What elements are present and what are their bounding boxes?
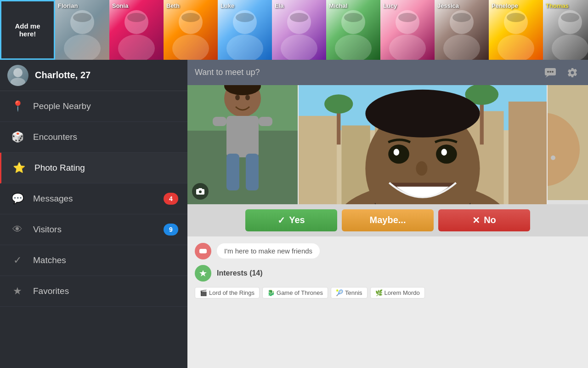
sidebar-item-messages[interactable]: 💬Messages4 xyxy=(0,184,187,214)
sidebar-profile[interactable]: Charlotte, 27 xyxy=(0,60,187,91)
avatar-beth[interactable]: Beth xyxy=(164,0,218,60)
svg-point-13 xyxy=(290,13,308,22)
avatar-name: Lucy xyxy=(383,2,397,9)
avatar-jessica[interactable]: Jessica xyxy=(435,0,489,60)
svg-point-68 xyxy=(365,90,480,138)
svg-point-71 xyxy=(551,155,555,160)
status-bubble: I'm here to make new friends xyxy=(217,243,320,259)
avatar-strip: Florian Sonia Beth Luke Ela Michal Lucy xyxy=(55,0,588,60)
svg-point-19 xyxy=(398,13,417,22)
nav-label-photo-rating: Photo Rating xyxy=(34,163,178,173)
interest-tag: 🌿Lorem Mordo xyxy=(370,287,425,299)
avatar-name: Jessica xyxy=(437,2,459,9)
avatar-name: Ela xyxy=(275,2,284,9)
interest-tag: 🎾Tennis xyxy=(331,287,368,299)
svg-point-26 xyxy=(498,34,534,60)
svg-point-25 xyxy=(507,13,525,22)
nav-label-matches: Matches xyxy=(33,255,178,265)
svg-point-35 xyxy=(549,71,551,73)
interest-tag: 🎬Lord of the Rings xyxy=(195,287,260,299)
svg-point-11 xyxy=(226,34,263,60)
nav-label-people-nearby: People Nearby xyxy=(33,101,178,111)
avatar-name: Thomas xyxy=(546,2,569,9)
svg-point-57 xyxy=(324,94,353,114)
svg-point-41 xyxy=(235,95,240,100)
nav-icon-messages: 💬 xyxy=(9,190,26,207)
avatar-lucy[interactable]: Lucy xyxy=(380,0,435,60)
avatar-name: Luke xyxy=(220,2,234,9)
avatar-name: Beth xyxy=(166,2,180,9)
svg-point-30 xyxy=(13,68,23,77)
nav-label-encounters: Encounters xyxy=(33,132,178,142)
svg-rect-50 xyxy=(299,116,337,204)
top-bar: Add me here! Florian Sonia Beth Luke Ela… xyxy=(0,0,588,60)
interests-row: Interests (14) xyxy=(195,265,581,282)
avatar-ela[interactable]: Ela xyxy=(272,0,326,60)
main-content: Charlotte, 27 📍People Nearby🎲Encounters⭐… xyxy=(0,60,588,368)
profile-info: I'm here to make new friends Interests (… xyxy=(187,236,588,368)
sidebar-item-encounters[interactable]: 🎲Encounters xyxy=(0,122,187,153)
maybe-button[interactable]: Maybe... xyxy=(342,209,434,231)
svg-point-31 xyxy=(11,78,25,86)
svg-point-5 xyxy=(118,34,155,60)
svg-rect-55 xyxy=(509,102,547,204)
status-row: I'm here to make new friends xyxy=(195,243,581,259)
svg-point-28 xyxy=(561,13,579,22)
nav-label-visitors: Visitors xyxy=(33,224,164,235)
svg-rect-46 xyxy=(213,117,226,126)
avatar-sonia[interactable]: Sonia xyxy=(109,0,164,60)
sidebar-item-photo-rating[interactable]: ⭐Photo Rating xyxy=(0,153,187,184)
nav-icon-people-nearby: 📍 xyxy=(9,98,26,115)
avatar xyxy=(7,65,28,86)
avatar-penelope[interactable]: Penelope xyxy=(489,0,543,60)
svg-point-29 xyxy=(552,34,588,60)
svg-point-34 xyxy=(547,71,549,73)
settings-icon-button[interactable] xyxy=(564,64,581,81)
svg-point-14 xyxy=(281,34,317,60)
photo-grid xyxy=(187,85,588,204)
avatar-luke[interactable]: Luke xyxy=(218,0,272,60)
sidebar: Charlotte, 27 📍People Nearby🎲Encounters⭐… xyxy=(0,60,187,368)
add-me-button[interactable]: Add me here! xyxy=(0,0,55,60)
svg-point-42 xyxy=(245,95,250,100)
right-header: Want to meet up? xyxy=(187,60,588,85)
sidebar-item-visitors[interactable]: 👁Visitors9 xyxy=(0,214,187,245)
header-icons xyxy=(542,64,581,81)
svg-point-67 xyxy=(416,161,427,176)
svg-rect-44 xyxy=(226,154,239,190)
status-icon xyxy=(195,243,211,259)
svg-point-1 xyxy=(73,13,91,22)
camera-badge[interactable] xyxy=(192,183,209,200)
chat-icon-button[interactable] xyxy=(542,64,559,81)
interests-label: Interests (14) xyxy=(217,269,263,277)
avatar-florian[interactable]: Florian xyxy=(55,0,109,60)
interest-tag: 🐉Game of Thrones xyxy=(262,287,328,299)
svg-point-17 xyxy=(335,34,372,60)
avatar-michal[interactable]: Michal xyxy=(326,0,380,60)
nav-icon-photo-rating: ⭐ xyxy=(11,160,27,176)
svg-point-65 xyxy=(394,149,399,156)
svg-rect-43 xyxy=(226,116,259,157)
nav-label-messages: Messages xyxy=(33,194,164,204)
interests-icon xyxy=(195,265,211,282)
svg-point-63 xyxy=(388,144,409,164)
sidebar-item-people-nearby[interactable]: 📍People Nearby xyxy=(0,91,187,122)
photo-cell-1[interactable] xyxy=(187,85,298,204)
nav-icon-matches: ✓ xyxy=(9,252,26,269)
yes-button[interactable]: ✓ Yes xyxy=(245,209,337,231)
avatar-thomas[interactable]: Thomas xyxy=(543,0,588,60)
no-button[interactable]: ✕ No xyxy=(438,209,530,231)
svg-point-20 xyxy=(389,34,426,60)
photo-cell-2[interactable] xyxy=(298,85,547,204)
sidebar-item-matches[interactable]: ✓Matches xyxy=(0,245,187,276)
svg-point-22 xyxy=(452,13,471,22)
svg-point-8 xyxy=(172,34,209,60)
sidebar-item-favorites[interactable]: ★Favorites xyxy=(0,276,187,307)
sidebar-nav: 📍People Nearby🎲Encounters⭐Photo Rating💬M… xyxy=(0,91,187,368)
svg-point-4 xyxy=(127,13,146,22)
svg-rect-47 xyxy=(259,117,272,126)
photo-cell-3 xyxy=(547,85,588,204)
nav-label-favorites: Favorites xyxy=(33,286,178,296)
action-bar: ✓ Yes Maybe... ✕ No xyxy=(187,204,588,236)
svg-point-10 xyxy=(236,13,254,22)
